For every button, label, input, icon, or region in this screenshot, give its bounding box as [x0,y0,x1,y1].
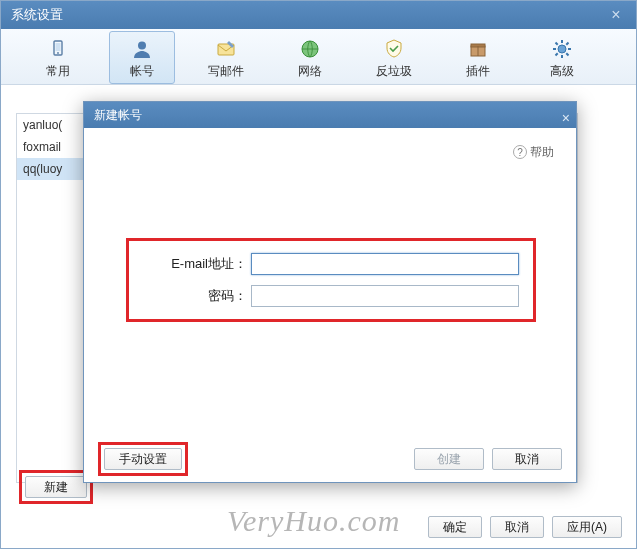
email-row: E-mail地址： [143,253,519,275]
create-button[interactable]: 创建 [414,448,484,470]
form-highlight: E-mail地址： 密码： [126,238,536,322]
new-button-highlight: 新建 [19,470,93,504]
tab-label: 高级 [550,63,574,80]
svg-rect-1 [56,43,61,51]
svg-line-16 [556,53,558,55]
dialog-title: 新建帐号 [94,108,142,122]
help-icon: ? [513,145,527,159]
ok-button[interactable]: 确定 [428,516,482,538]
svg-line-17 [566,43,568,45]
password-row: 密码： [143,285,519,307]
help-label: 帮助 [530,145,554,159]
tab-label: 写邮件 [208,63,244,80]
tab-plugin[interactable]: 插件 [445,31,511,84]
close-icon[interactable]: × [596,1,636,29]
tab-account[interactable]: 帐号 [109,31,175,84]
email-label: E-mail地址： [143,255,251,273]
main-title: 系统设置 [11,7,63,22]
svg-line-14 [556,43,558,45]
tab-network[interactable]: 网络 [277,31,343,84]
new-button[interactable]: 新建 [25,476,87,498]
tab-label: 插件 [466,63,490,80]
email-field[interactable] [251,253,519,275]
compose-icon [214,37,238,61]
svg-point-2 [57,52,59,54]
password-label: 密码： [143,287,251,305]
toolbar: 常用 帐号 写邮件 网络 反垃圾 [1,29,636,85]
tab-label: 常用 [46,63,70,80]
tab-label: 帐号 [130,63,154,80]
tab-label: 网络 [298,63,322,80]
gear-icon [550,37,574,61]
tab-compose[interactable]: 写邮件 [193,31,259,84]
new-account-dialog: 新建帐号 × ?帮助 E-mail地址： 密码： 手动设置 创建 取消 [83,101,577,483]
help-link[interactable]: ?帮助 [513,144,554,161]
device-icon [46,37,70,61]
user-icon [130,37,154,61]
svg-line-15 [566,53,568,55]
svg-point-9 [558,45,566,53]
password-field[interactable] [251,285,519,307]
apply-button[interactable]: 应用(A) [552,516,622,538]
manual-setup-button[interactable]: 手动设置 [104,448,182,470]
tab-antispam[interactable]: 反垃圾 [361,31,427,84]
watermark: VeryHuo.com [227,504,400,538]
dialog-footer: 手动设置 创建 取消 [84,446,576,472]
tab-general[interactable]: 常用 [25,31,91,84]
cancel-button[interactable]: 取消 [490,516,544,538]
settings-window: 系统设置 × 常用 帐号 写邮件 网络 [0,0,637,549]
box-icon [466,37,490,61]
main-footer: 确定 取消 应用(A) [428,516,622,538]
svg-point-3 [138,42,146,50]
main-titlebar: 系统设置 × [1,1,636,29]
manual-highlight: 手动设置 [98,442,188,476]
globe-icon [298,37,322,61]
shield-icon [382,37,406,61]
dialog-cancel-button[interactable]: 取消 [492,448,562,470]
close-icon[interactable]: × [562,105,570,131]
tab-advanced[interactable]: 高级 [529,31,595,84]
dialog-titlebar: 新建帐号 × [84,102,576,128]
tab-label: 反垃圾 [376,63,412,80]
